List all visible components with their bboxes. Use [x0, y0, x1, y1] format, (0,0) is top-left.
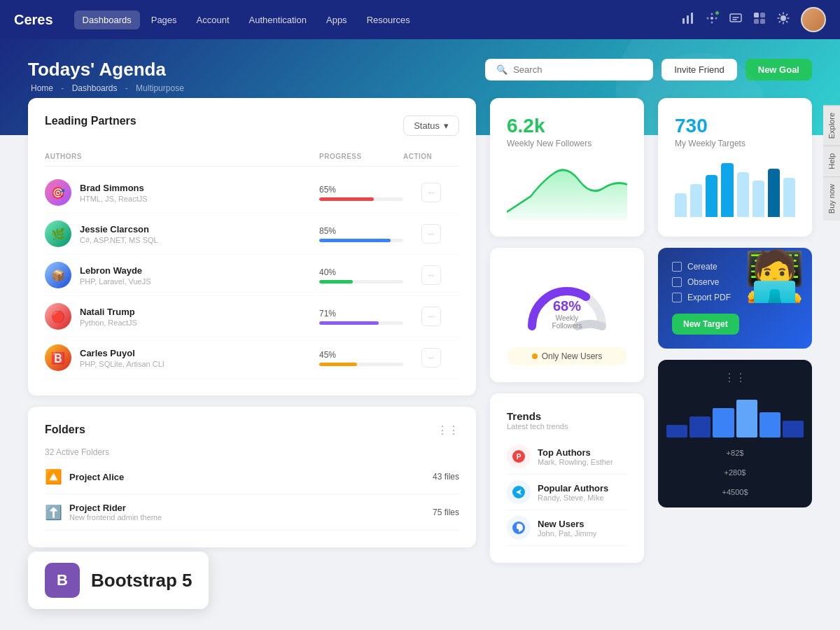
bar	[706, 175, 718, 217]
action-menu-button[interactable]: ···	[421, 307, 441, 326]
trend-desc: Randy, Steve, Mike	[538, 493, 608, 502]
followers-label: Weekly New Followers	[507, 139, 627, 148]
folder-row: ⬆️ Project Rider New frontend admin them…	[45, 494, 459, 531]
bar-chart-icon[interactable]	[682, 12, 694, 27]
bar	[752, 181, 764, 217]
table-row: 🅱️ Carles Puyol PHP, SQLite, Artisan CLI…	[45, 337, 459, 379]
explore-tab[interactable]: Explore	[823, 105, 840, 146]
partner-avatar: 🔴	[45, 303, 71, 330]
nav-apps[interactable]: Apps	[318, 10, 356, 29]
action-menu-button[interactable]: ···	[421, 183, 441, 202]
partner-skills: HTML, JS, ReactJS	[80, 195, 148, 203]
col-authors: Authors	[45, 153, 319, 160]
help-tab[interactable]: Help	[823, 146, 840, 176]
partner-avatar: 🅱️	[45, 344, 71, 371]
table-header: Authors Progress Action	[45, 147, 459, 167]
folder-name: Project Rider	[69, 503, 162, 513]
warning-dot	[532, 354, 538, 359]
buy-now-tab[interactable]: Buy now	[823, 176, 840, 220]
side-tabs: Explore Help Buy now	[823, 105, 840, 220]
progress-bar	[319, 280, 403, 284]
targets-card: 730 My Weekly Targets	[658, 98, 812, 237]
partner-name: Jessie Clarcson	[80, 224, 158, 234]
followers-number: 6.2k	[507, 115, 627, 137]
trend-desc: John, Pat, Jimmy	[538, 529, 596, 538]
progress-bar	[319, 363, 403, 366]
progress-bar	[319, 197, 403, 201]
left-panel: Leading Partners Status ▾ Authors Progre…	[28, 98, 476, 563]
bootstrap-label: Bootstrap 5	[91, 570, 192, 592]
folders-subtitle: 32 Active Folders	[45, 447, 109, 457]
folder-name: Project Alice	[69, 472, 124, 482]
trend-desc: Mark, Rowling, Esther	[538, 458, 613, 466]
new-goal-button[interactable]: New Goal	[746, 59, 812, 80]
right-panel: 730 My Weekly Targets Cereate	[658, 98, 812, 563]
partner-info: 🌿 Jessie Clarcson C#, ASP.NET, MS SQL	[45, 220, 319, 247]
grid-icon[interactable]	[753, 12, 766, 27]
new-target-button[interactable]: New Target	[672, 314, 739, 335]
nav-dashboards[interactable]: Dashboards	[74, 10, 140, 29]
trends-subtitle: Latest tech trends	[507, 422, 627, 430]
partner-avatar: 🎯	[45, 179, 71, 206]
new-users-label: Only New Users	[542, 351, 603, 361]
trend-row: Popular Authors Randy, Steve, Mike	[507, 475, 627, 510]
folders-title: Folders	[45, 424, 109, 436]
trend-row: P Top Authors Mark, Rowling, Esther	[507, 439, 627, 475]
bar	[737, 172, 749, 218]
folders-menu-button[interactable]: ⋮⋮	[437, 424, 459, 437]
avatar[interactable]	[801, 7, 826, 32]
targets-number: 730	[675, 115, 795, 137]
svg-rect-12	[760, 19, 765, 24]
status-button[interactable]: Status ▾	[403, 115, 459, 136]
partner-info: 📦 Lebron Wayde PHP, Laravel, VueJS	[45, 262, 319, 288]
table-row: 📦 Lebron Wayde PHP, Laravel, VueJS 40% ·…	[45, 255, 459, 296]
table-row: 🎯 Brad Simmons HTML, JS, ReactJS 65% ···	[45, 172, 459, 214]
nav-links: Dashboards Pages Account Authentication …	[74, 10, 668, 29]
nav-authentication[interactable]: Authentication	[241, 10, 315, 29]
partner-avatar: 🌿	[45, 220, 71, 247]
followers-chart	[507, 157, 627, 220]
targets-chart	[675, 157, 795, 220]
message-icon[interactable]	[729, 12, 742, 27]
nav-resources[interactable]: Resources	[358, 10, 419, 29]
search-icon: 🔍	[496, 64, 507, 75]
followers-card: 6.2k Weekly New Followers	[490, 98, 644, 237]
stat-2: +280$	[724, 468, 746, 477]
nav-pages[interactable]: Pages	[143, 10, 186, 29]
menu-checkbox-icon	[672, 277, 682, 287]
character-illustration: 🧑‍💻	[744, 251, 805, 300]
invite-friend-button[interactable]: Invite Friend	[662, 59, 737, 80]
search-input[interactable]	[513, 64, 642, 75]
svg-text:P: P	[517, 453, 522, 461]
svg-rect-11	[754, 19, 759, 24]
bar	[783, 178, 795, 217]
bar	[690, 184, 702, 217]
search-box[interactable]: 🔍	[485, 59, 653, 80]
sun-icon[interactable]	[777, 12, 790, 27]
trend-icon	[507, 516, 531, 540]
svg-point-7	[715, 18, 718, 20]
header-actions: 🔍 Invite Friend New Goal	[485, 59, 812, 80]
brand[interactable]: Ceres	[14, 12, 53, 28]
stat-1: +82$	[727, 449, 744, 457]
trend-name: New Users	[538, 519, 596, 529]
progress-bar	[319, 239, 403, 242]
action-menu-button[interactable]: ···	[421, 348, 441, 368]
trends-title: Trends	[507, 410, 627, 422]
nav-account[interactable]: Account	[188, 10, 238, 29]
partner-name: Natali Trump	[80, 307, 137, 317]
bar	[768, 169, 780, 217]
action-menu-button[interactable]: ···	[421, 224, 441, 244]
svg-point-4	[711, 13, 713, 15]
svg-rect-1	[687, 15, 689, 24]
action-menu-button[interactable]: ···	[421, 265, 441, 285]
folder-icon: ⬆️	[45, 504, 62, 521]
sparkle-icon[interactable]	[706, 12, 718, 27]
leading-partners-card: Leading Partners Status ▾ Authors Progre…	[28, 98, 476, 396]
bootstrap-icon: B	[45, 563, 80, 598]
menu-checkbox-icon	[672, 293, 682, 302]
svg-point-6	[707, 18, 709, 20]
page-title: Todays' Agenda	[28, 59, 812, 80]
dark-blue-card: Cereate Observe Export PDF New Target 🧑‍…	[658, 248, 812, 349]
partner-name: Brad Simmons	[80, 183, 148, 193]
